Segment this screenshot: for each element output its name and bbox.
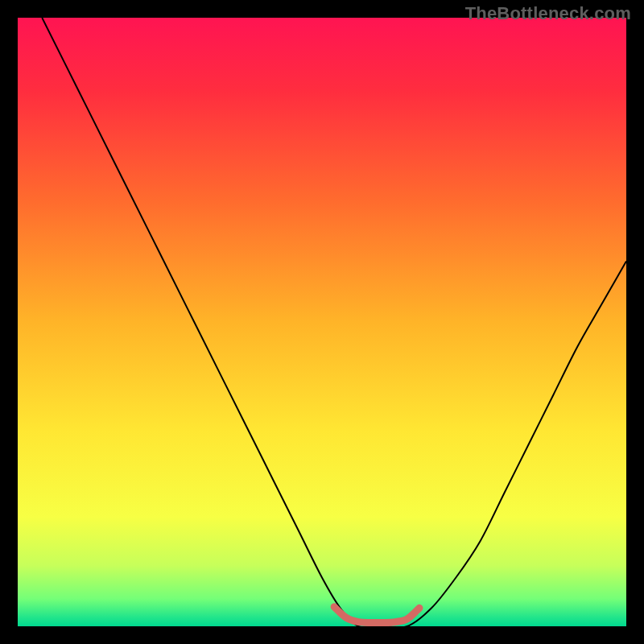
chart-curves: [18, 18, 626, 626]
optimal-zone-marker: [334, 607, 419, 623]
chart-frame: TheBottleneck.com: [0, 0, 644, 644]
watermark-text: TheBottleneck.com: [465, 3, 631, 24]
bottleneck-curve: [42, 18, 626, 626]
plot-area: [18, 18, 626, 626]
